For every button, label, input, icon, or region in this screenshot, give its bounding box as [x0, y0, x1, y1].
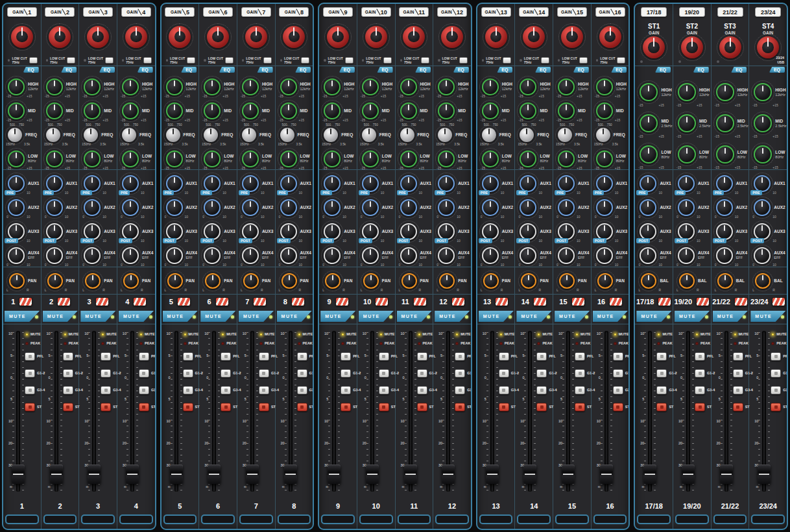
mid-freq-knob[interactable] [122, 128, 136, 142]
pfl-button[interactable] [695, 352, 705, 361]
g3-4-button[interactable] [771, 386, 781, 394]
aux4-eff-send-knob[interactable] [362, 247, 379, 264]
aux3-send-knob[interactable] [596, 223, 613, 240]
gain-knob[interactable] [643, 36, 665, 58]
fader-handle[interactable] [404, 465, 417, 484]
aux3-send-knob[interactable] [640, 223, 656, 240]
aux1-send-knob[interactable] [520, 175, 536, 192]
signal-pad[interactable] [696, 297, 710, 306]
high-eq-knob[interactable] [204, 79, 221, 95]
pfl-button[interactable] [613, 352, 623, 361]
st-button[interactable] [417, 403, 427, 411]
high-eq-knob[interactable] [8, 79, 25, 95]
aux4-eff-send-knob[interactable] [242, 247, 259, 264]
mid-eq-knob[interactable] [678, 114, 696, 132]
high-eq-knob[interactable] [166, 79, 183, 95]
gain-knob[interactable] [365, 26, 387, 48]
g3-4-button[interactable] [733, 386, 743, 394]
low-cut-button[interactable] [503, 57, 511, 64]
low-cut-button[interactable] [263, 57, 272, 64]
st-button[interactable] [455, 403, 465, 411]
pan-knob[interactable] [85, 273, 101, 289]
signal-pad[interactable] [495, 297, 509, 306]
gain-knob[interactable] [49, 26, 71, 48]
st-button[interactable] [733, 403, 743, 411]
high-eq-knob[interactable] [754, 83, 772, 101]
mid-eq-knob[interactable] [400, 103, 417, 119]
aux3-send-knob[interactable] [558, 223, 575, 240]
g1-2-button[interactable] [297, 369, 307, 378]
low-eq-knob[interactable] [324, 151, 341, 167]
g1-2-button[interactable] [259, 369, 269, 378]
aux3-send-knob[interactable] [520, 223, 536, 240]
aux4-eff-send-knob[interactable] [558, 247, 575, 264]
fader-handle[interactable] [246, 465, 259, 484]
g1-2-button[interactable] [183, 369, 193, 378]
mid-freq-knob[interactable] [596, 128, 610, 142]
aux1-send-knob[interactable] [438, 175, 455, 192]
low-cut-button[interactable] [383, 57, 392, 64]
low-cut-button[interactable] [225, 57, 233, 64]
pan-knob[interactable] [597, 273, 613, 289]
high-eq-knob[interactable] [362, 79, 379, 95]
pan-knob[interactable] [483, 273, 499, 289]
aux3-send-knob[interactable] [242, 223, 259, 240]
fader-handle[interactable] [600, 465, 613, 484]
fader-handle[interactable] [328, 465, 341, 484]
low-cut-button[interactable] [617, 57, 625, 64]
pfl-button[interactable] [341, 352, 351, 361]
signal-pad[interactable] [451, 297, 465, 306]
mid-freq-knob[interactable] [204, 128, 218, 142]
signal-pad[interactable] [19, 297, 32, 306]
low-eq-knob[interactable] [362, 151, 379, 167]
st-button[interactable] [101, 403, 111, 411]
aux4-eff-send-knob[interactable] [166, 247, 183, 264]
fader-handle[interactable] [366, 465, 379, 484]
low-eq-knob[interactable] [754, 145, 772, 163]
aux1-send-knob[interactable] [324, 175, 341, 192]
signal-pad[interactable] [133, 297, 147, 306]
aux2-send-knob[interactable] [362, 199, 379, 216]
pfl-button[interactable] [733, 352, 743, 361]
signal-pad[interactable] [734, 297, 748, 306]
aux2-send-knob[interactable] [242, 199, 259, 216]
mid-eq-knob[interactable] [362, 103, 379, 119]
aux3-send-knob[interactable] [678, 223, 695, 240]
aux4-eff-send-knob[interactable] [482, 247, 499, 264]
mid-eq-knob[interactable] [754, 114, 772, 132]
aux4-eff-send-knob[interactable] [520, 247, 536, 264]
g1-2-button[interactable] [695, 369, 705, 378]
g1-2-button[interactable] [101, 369, 111, 378]
g3-4-button[interactable] [101, 386, 111, 394]
gain-knob[interactable] [485, 26, 507, 48]
g3-4-button[interactable] [139, 386, 149, 394]
gain-knob[interactable] [327, 26, 349, 48]
g3-4-button[interactable] [455, 386, 465, 394]
aux1-send-knob[interactable] [122, 175, 139, 192]
high-eq-knob[interactable] [596, 79, 613, 95]
signal-pad[interactable] [95, 297, 109, 306]
gain-knob[interactable] [561, 26, 583, 48]
mid-eq-knob[interactable] [166, 103, 183, 119]
g1-2-button[interactable] [455, 369, 465, 378]
signal-pad[interactable] [291, 297, 305, 306]
low-eq-knob[interactable] [678, 145, 696, 163]
pan-knob[interactable] [521, 273, 536, 289]
gain-knob[interactable] [403, 26, 425, 48]
low-eq-knob[interactable] [46, 151, 63, 167]
mid-freq-knob[interactable] [166, 128, 180, 142]
mid-freq-knob[interactable] [558, 128, 572, 142]
low-eq-knob[interactable] [84, 151, 101, 167]
fader-handle[interactable] [126, 465, 139, 484]
mid-eq-knob[interactable] [482, 103, 499, 119]
low-cut-button[interactable] [459, 57, 468, 64]
high-eq-knob[interactable] [520, 79, 536, 95]
fader-handle[interactable] [284, 465, 297, 484]
fader-handle[interactable] [720, 465, 733, 484]
low-eq-knob[interactable] [8, 151, 25, 167]
aux4-eff-send-knob[interactable] [640, 247, 656, 264]
signal-pad[interactable] [375, 297, 389, 306]
mid-freq-knob[interactable] [84, 128, 98, 142]
g1-2-button[interactable] [63, 369, 73, 378]
pfl-button[interactable] [771, 352, 781, 361]
